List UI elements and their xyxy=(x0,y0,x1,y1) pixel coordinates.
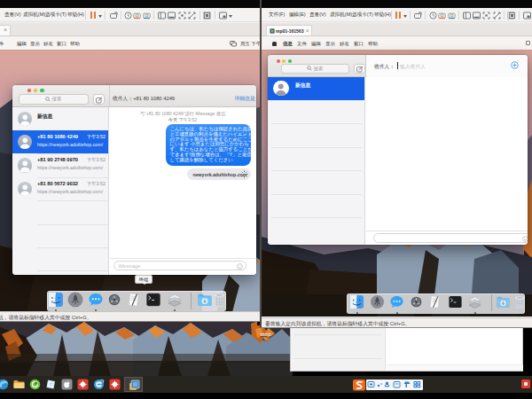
macos-menu-buddies[interactable]: 好友 xyxy=(43,41,53,47)
fullscreen-icon[interactable] xyxy=(482,12,490,20)
macos-menu-buddies[interactable]: 好友 xyxy=(340,41,349,47)
emoji-picker-icon[interactable] xyxy=(522,236,528,242)
notes-app-taskbar-icon[interactable] xyxy=(45,379,57,390)
menu-view[interactable]: 查看(V) xyxy=(309,12,326,19)
trash-dock-icon[interactable] xyxy=(513,294,526,309)
thumbnail-bar-icon[interactable] xyxy=(473,12,481,20)
snapshot-revert-icon[interactable] xyxy=(429,12,437,20)
snapshot-revert-icon[interactable] xyxy=(124,12,132,20)
zoom-traffic-light[interactable] xyxy=(40,89,43,92)
terminal-dock-icon[interactable] xyxy=(145,292,161,308)
macos-menubar-clock[interactable]: 周五 下午3:5 xyxy=(240,41,261,47)
red-app-taskbar-icon[interactable] xyxy=(77,379,89,390)
fullscreen-icon[interactable] xyxy=(178,12,186,20)
take-snapshot-icon[interactable] xyxy=(438,12,446,20)
vmware-right-titlebar[interactable] xyxy=(262,0,532,8)
stack-app-dock-icon[interactable] xyxy=(167,292,183,308)
conversation-row-selected[interactable]: +81 80 1080 4249 下午3:52 https://newyork.… xyxy=(12,130,109,153)
console-dropdown-caret[interactable] xyxy=(229,15,232,18)
launchpad-dock-icon[interactable] xyxy=(370,294,385,309)
messages-dock-icon[interactable] xyxy=(389,294,404,309)
conversation-row[interactable]: +81 80 5672 9032 下午3:52 https://newyork.… xyxy=(12,177,109,200)
menu-tabs[interactable]: 选项卡(T) xyxy=(45,12,66,19)
conversation-row[interactable]: +81 90 2748 0970 下午3:52 https://newyork.… xyxy=(12,153,109,176)
console-view-icon[interactable] xyxy=(219,12,227,20)
macos-menu-edit[interactable]: 编辑 xyxy=(17,41,27,47)
macos-menu-help[interactable]: 帮助 xyxy=(70,41,80,47)
send-ctrl-alt-del-icon[interactable] xyxy=(110,12,118,20)
green-browser-taskbar-icon[interactable] xyxy=(29,379,41,390)
menu-view[interactable]: 查看(V) xyxy=(4,12,21,19)
macos-menu-file[interactable]: 文件 xyxy=(0,41,4,47)
message-input[interactable]: iMessage xyxy=(113,261,247,271)
menu-tabs[interactable]: 选项卡(T) xyxy=(352,12,373,19)
terminal-dock-icon[interactable] xyxy=(448,294,463,309)
console-view-icon[interactable] xyxy=(523,12,531,20)
apple-app-taskbar-icon[interactable] xyxy=(61,379,73,390)
macos-menu-view[interactable]: 显示 xyxy=(30,41,40,47)
minimize-traffic-light[interactable] xyxy=(34,89,37,92)
vmware-left-tab[interactable]: × xyxy=(0,25,11,36)
details-button[interactable]: 详细信息 xyxy=(235,95,255,103)
textedit-dock-icon[interactable] xyxy=(427,294,442,309)
send-ctrl-alt-del-icon[interactable] xyxy=(414,12,422,20)
stack-app-dock-icon[interactable] xyxy=(467,294,482,309)
show-library-icon[interactable] xyxy=(463,12,471,20)
launchpad-dock-icon[interactable] xyxy=(67,292,83,308)
system-preferences-dock-icon[interactable] xyxy=(106,292,122,308)
macos-menu-edit[interactable]: 编辑 xyxy=(311,41,321,47)
downloads-dock-icon[interactable] xyxy=(197,293,213,308)
close-traffic-light[interactable] xyxy=(27,89,31,92)
internet-explorer-taskbar-icon[interactable] xyxy=(93,379,105,390)
stop-shortcut-label[interactable]: stop xyxy=(260,332,271,337)
macos-menu-messages[interactable]: 信息 xyxy=(283,41,293,47)
textedit-dock-icon[interactable] xyxy=(126,292,142,308)
trash-dock-icon[interactable] xyxy=(213,292,226,308)
conversation-row-new[interactable]: 新信息 xyxy=(12,107,109,130)
edge-taskbar-icon[interactable] xyxy=(0,379,9,390)
downloads-dock-icon[interactable] xyxy=(496,295,511,309)
conversation-row-selected[interactable]: 新信息 xyxy=(268,77,365,100)
menubar-status-icon[interactable] xyxy=(526,41,530,45)
unity-mode-icon[interactable] xyxy=(507,12,515,20)
vmware-right-tab[interactable]: mp01-161563 × xyxy=(266,25,312,36)
message-input[interactable] xyxy=(373,233,528,243)
take-snapshot-icon[interactable] xyxy=(133,12,141,20)
compose-button[interactable] xyxy=(93,94,106,105)
exit-fullscreen-icon[interactable] xyxy=(188,12,196,20)
menu-vm[interactable]: 虚拟机(M) xyxy=(23,12,45,19)
apple-menu-icon[interactable] xyxy=(272,42,277,47)
exit-fullscreen-icon[interactable] xyxy=(493,12,501,20)
emoji-picker-icon[interactable] xyxy=(237,263,243,270)
file-explorer-taskbar-icon[interactable] xyxy=(13,379,25,390)
macos-displays-icon[interactable] xyxy=(230,40,238,48)
sogou-input-bar[interactable] xyxy=(353,379,424,391)
pause-dropdown-caret[interactable] xyxy=(98,15,102,18)
compose-button[interactable] xyxy=(354,64,366,74)
pause-dropdown-caret[interactable] xyxy=(403,15,407,18)
add-contact-button[interactable] xyxy=(511,61,519,69)
close-traffic-light[interactable] xyxy=(277,59,280,63)
tab-close-icon[interactable]: × xyxy=(306,27,309,35)
messages-dock-icon[interactable] xyxy=(88,292,104,308)
vmware-left-titlebar[interactable] xyxy=(0,0,261,8)
macos-menu-window[interactable]: 窗口 xyxy=(354,41,364,47)
thumbnail-bar-icon[interactable] xyxy=(168,12,176,20)
minimize-traffic-light[interactable] xyxy=(282,59,286,63)
search-input[interactable]: 搜索 xyxy=(19,94,89,105)
link-preview-bubble[interactable]: newyork.adultishop.com xyxy=(187,168,251,180)
zoom-traffic-light[interactable] xyxy=(288,59,292,63)
finder-dock-icon[interactable] xyxy=(48,292,64,308)
search-input[interactable]: 搜索 xyxy=(281,64,350,74)
menu-file[interactable]: 文件(F) xyxy=(269,12,285,19)
vmware-taskbar-button[interactable] xyxy=(124,377,143,392)
menu-help[interactable]: 帮助(H) xyxy=(374,12,391,19)
tray-red-icon[interactable] xyxy=(521,379,530,388)
system-preferences-dock-icon[interactable] xyxy=(409,294,424,309)
macos-menu-window[interactable]: 窗口 xyxy=(57,41,66,47)
macos-menu-file[interactable]: 文件 xyxy=(297,41,307,47)
menu-vm[interactable]: 虚拟机(M) xyxy=(330,12,352,19)
finder-dock-icon[interactable] xyxy=(349,294,364,309)
menu-help[interactable]: 帮助(H) xyxy=(67,12,84,19)
red-app2-taskbar-icon[interactable] xyxy=(109,379,121,390)
